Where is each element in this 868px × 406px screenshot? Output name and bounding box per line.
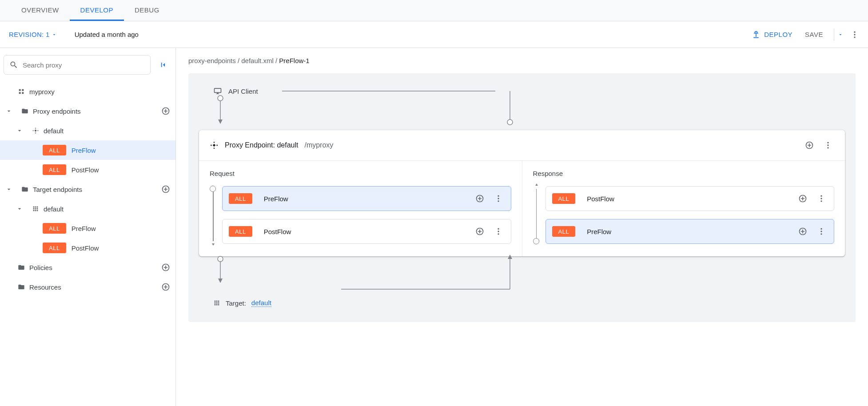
sidebar-group-label: Resources bbox=[29, 283, 61, 291]
sidebar-proxy-endpoint-default[interactable]: default bbox=[0, 121, 175, 140]
add-proxy-endpoint-button[interactable] bbox=[161, 107, 170, 115]
tab-overview[interactable]: OVERVIEW bbox=[11, 0, 70, 21]
svg-marker-40 bbox=[218, 279, 223, 283]
add-step-button[interactable] bbox=[474, 225, 486, 238]
response-flow-preflow[interactable]: ALL PreFlow bbox=[545, 219, 835, 244]
sidebar-endpoint-label: default bbox=[44, 205, 64, 213]
flow-more-menu[interactable] bbox=[492, 225, 505, 238]
collapse-sidebar-button[interactable] bbox=[154, 60, 172, 69]
flow-more-menu[interactable] bbox=[815, 192, 828, 205]
request-flow-preflow[interactable]: ALL PreFlow bbox=[222, 186, 511, 211]
svg-point-30 bbox=[498, 231, 499, 232]
add-step-button[interactable] bbox=[796, 225, 809, 238]
search-input-wrap[interactable] bbox=[4, 55, 151, 75]
add-circle-icon bbox=[475, 227, 484, 236]
revision-updated: Updated a month ago bbox=[75, 31, 139, 38]
response-flow-postflow[interactable]: ALL PostFlow bbox=[545, 186, 835, 211]
sidebar-flow-label: PostFlow bbox=[72, 166, 99, 174]
badge-all: ALL bbox=[43, 243, 66, 253]
svg-point-33 bbox=[820, 198, 822, 199]
add-resource-button[interactable] bbox=[161, 283, 170, 291]
svg-rect-52 bbox=[218, 304, 219, 306]
timeline-start-circle bbox=[210, 186, 216, 192]
svg-rect-0 bbox=[756, 33, 757, 37]
kebab-icon bbox=[850, 30, 859, 39]
arrow-down-icon bbox=[211, 241, 216, 247]
add-circle-icon bbox=[161, 107, 170, 115]
sidebar-proxy-name: myproxy bbox=[29, 88, 55, 96]
endpoint-more-menu[interactable] bbox=[822, 139, 834, 151]
add-policy-button[interactable] bbox=[161, 263, 170, 272]
svg-rect-10 bbox=[37, 207, 38, 208]
revision-label: REVISION: 1 bbox=[9, 31, 50, 38]
sidebar-group-policies[interactable]: Policies bbox=[0, 258, 175, 277]
sidebar-group-label: Target endpoints bbox=[33, 186, 82, 193]
flow-more-menu[interactable] bbox=[815, 225, 828, 238]
target-link[interactable]: default bbox=[251, 299, 271, 307]
svg-rect-6 bbox=[19, 92, 21, 94]
add-step-button[interactable] bbox=[474, 192, 486, 205]
breadcrumb-seg[interactable]: proxy-endpoints bbox=[188, 57, 236, 64]
chevron-first-icon bbox=[159, 60, 167, 69]
sidebar-flow-target-preflow[interactable]: ALL PreFlow bbox=[0, 219, 175, 238]
svg-point-24 bbox=[827, 144, 828, 146]
svg-rect-48 bbox=[216, 303, 218, 304]
request-flow-postflow[interactable]: ALL PostFlow bbox=[222, 219, 511, 244]
main-split: myproxy Proxy endpoints default ALL PreF… bbox=[0, 48, 868, 406]
breadcrumb-seg[interactable]: default.xml bbox=[241, 57, 274, 64]
badge-all: ALL bbox=[552, 193, 576, 204]
add-target-endpoint-button[interactable] bbox=[161, 185, 170, 194]
svg-rect-8 bbox=[33, 207, 35, 208]
top-tabs: OVERVIEW DEVELOP DEBUG bbox=[0, 0, 868, 21]
chevron-down-icon[interactable] bbox=[16, 127, 30, 134]
svg-point-31 bbox=[498, 233, 499, 235]
sidebar-flow-target-postflow[interactable]: ALL PostFlow bbox=[0, 238, 175, 258]
badge-all: ALL bbox=[43, 223, 66, 234]
svg-point-1 bbox=[854, 31, 855, 32]
sidebar-flow-label: PreFlow bbox=[72, 225, 96, 232]
search-input[interactable] bbox=[22, 61, 145, 69]
sidebar-group-proxy-endpoints[interactable]: Proxy endpoints bbox=[0, 101, 175, 121]
sidebar-group-label: Policies bbox=[29, 264, 52, 271]
deploy-button[interactable]: DEPLOY bbox=[746, 27, 798, 43]
folder-icon bbox=[20, 186, 30, 193]
save-dropdown[interactable] bbox=[834, 28, 847, 41]
svg-point-38 bbox=[218, 256, 223, 262]
save-button[interactable]: SAVE bbox=[798, 27, 830, 42]
add-flow-button[interactable] bbox=[803, 139, 816, 151]
chevron-down-icon[interactable] bbox=[5, 107, 20, 115]
svg-rect-45 bbox=[216, 301, 218, 302]
tab-debug[interactable]: DEBUG bbox=[124, 0, 170, 21]
flow-more-menu[interactable] bbox=[492, 192, 505, 205]
folder-icon bbox=[16, 264, 27, 271]
kebab-icon bbox=[817, 194, 826, 203]
sidebar-proxy-root[interactable]: myproxy bbox=[0, 82, 175, 101]
svg-point-25 bbox=[827, 147, 828, 148]
sidebar-flow-preflow[interactable]: ALL PreFlow bbox=[0, 140, 175, 160]
svg-point-28 bbox=[498, 200, 499, 202]
sidebar-flow-postflow[interactable]: ALL PostFlow bbox=[0, 160, 175, 179]
svg-rect-16 bbox=[37, 210, 38, 211]
svg-point-32 bbox=[820, 195, 822, 197]
add-step-button[interactable] bbox=[796, 192, 809, 205]
sidebar-group-target-endpoints[interactable]: Target endpoints bbox=[0, 179, 175, 199]
chevron-down-icon[interactable] bbox=[5, 186, 20, 193]
sidebar-target-endpoint-default[interactable]: default bbox=[0, 199, 175, 219]
sidebar-group-resources[interactable]: Resources bbox=[0, 277, 175, 297]
svg-rect-50 bbox=[215, 304, 216, 306]
proxy-endpoint-card: Proxy Endpoint: default /myproxy Request bbox=[199, 130, 845, 256]
tab-develop[interactable]: DEVELOP bbox=[70, 0, 124, 21]
response-column: Response ALL PostFlow bbox=[522, 161, 845, 256]
add-circle-icon bbox=[798, 227, 807, 236]
svg-point-22 bbox=[507, 119, 513, 125]
svg-rect-7 bbox=[22, 92, 24, 94]
chevron-down-icon[interactable] bbox=[16, 205, 30, 212]
svg-marker-20 bbox=[218, 119, 223, 124]
svg-point-36 bbox=[820, 231, 822, 232]
revision-dropdown[interactable]: REVISION: 1 bbox=[5, 29, 60, 40]
target-icon bbox=[213, 299, 220, 306]
more-menu[interactable] bbox=[847, 27, 863, 43]
svg-rect-14 bbox=[33, 210, 35, 211]
flow-canvas: API Client bbox=[188, 73, 856, 322]
kebab-icon bbox=[494, 227, 503, 236]
